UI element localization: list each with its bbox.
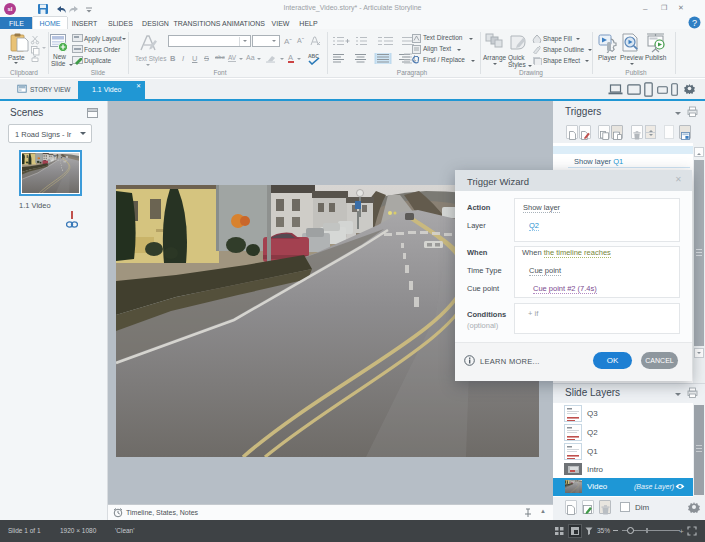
svg-text:?: ? [692,18,697,28]
